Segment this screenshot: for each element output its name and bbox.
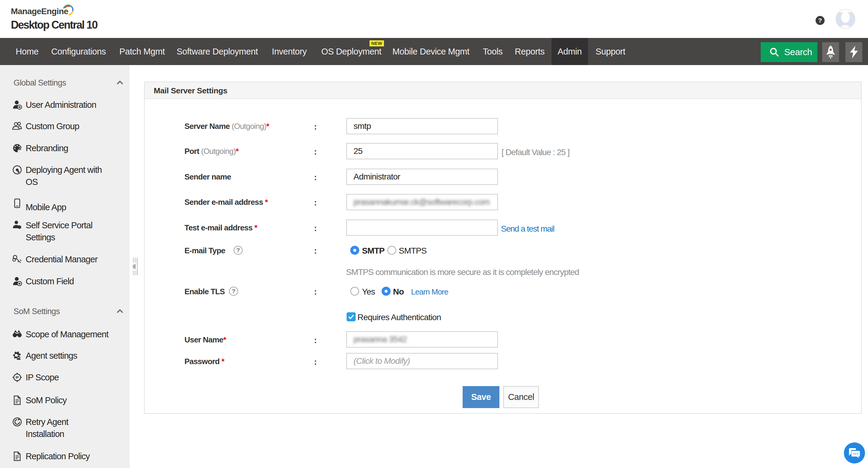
svg-text:IP: IP <box>16 375 19 379</box>
